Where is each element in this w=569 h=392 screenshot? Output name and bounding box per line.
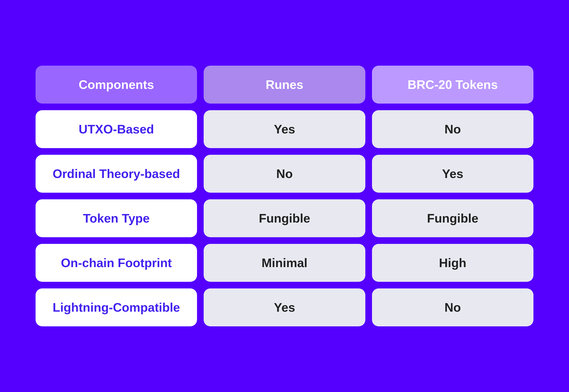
comparison-table: Components Runes BRC-20 Tokens UTXO-Base… xyxy=(36,66,533,326)
header-runes-label: Runes xyxy=(266,77,303,92)
label-utxo: UTXO-Based xyxy=(36,110,197,148)
data-footprint-runes: Minimal xyxy=(204,244,365,282)
data-lightning-runes: Yes xyxy=(204,288,365,326)
data-footprint-brc20-text: High xyxy=(439,255,467,270)
data-token-type-brc20-text: Fungible xyxy=(427,211,478,226)
label-utxo-text: UTXO-Based xyxy=(79,122,154,137)
label-footprint: On-chain Footprint xyxy=(36,244,197,282)
data-ordinal-runes: No xyxy=(204,155,365,193)
data-ordinal-brc20-text: Yes xyxy=(442,166,463,181)
data-utxo-runes-text: Yes xyxy=(274,122,295,137)
header-brc20: BRC-20 Tokens xyxy=(372,66,533,104)
header-components-label: Components xyxy=(79,77,154,92)
label-token-type-text: Token Type xyxy=(83,211,150,226)
label-token-type: Token Type xyxy=(36,199,197,237)
header-runes: Runes xyxy=(204,66,365,104)
data-lightning-brc20: No xyxy=(372,288,533,326)
data-token-type-runes-text: Fungible xyxy=(259,211,310,226)
header-components: Components xyxy=(36,66,197,104)
label-ordinal: Ordinal Theory-based xyxy=(36,155,197,193)
data-lightning-brc20-text: No xyxy=(444,300,461,315)
label-lightning-text: Lightning-Compatible xyxy=(53,300,180,315)
data-footprint-runes-text: Minimal xyxy=(261,255,308,270)
label-ordinal-text: Ordinal Theory-based xyxy=(53,166,180,181)
data-token-type-runes: Fungible xyxy=(204,199,365,237)
data-utxo-runes: Yes xyxy=(204,110,365,148)
data-utxo-brc20: No xyxy=(372,110,533,148)
data-ordinal-brc20: Yes xyxy=(372,155,533,193)
data-utxo-brc20-text: No xyxy=(444,122,461,137)
label-lightning: Lightning-Compatible xyxy=(36,288,197,326)
label-footprint-text: On-chain Footprint xyxy=(61,255,172,270)
data-lightning-runes-text: Yes xyxy=(274,300,295,315)
data-footprint-brc20: High xyxy=(372,244,533,282)
data-ordinal-runes-text: No xyxy=(276,166,293,181)
data-token-type-brc20: Fungible xyxy=(372,199,533,237)
header-brc20-label: BRC-20 Tokens xyxy=(408,77,498,92)
